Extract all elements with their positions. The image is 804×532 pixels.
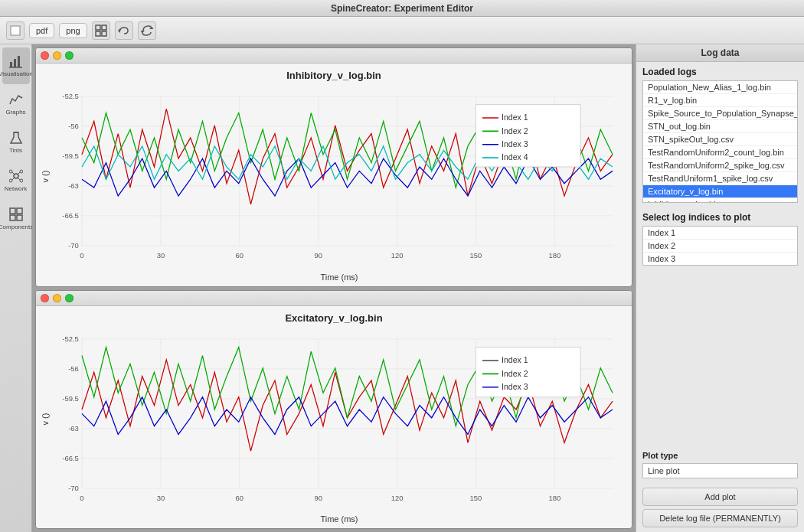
x-axis-label-2: Time (ms) (50, 513, 629, 525)
log-data-header: Log data (636, 44, 804, 62)
index-item-2[interactable]: Index 2 (643, 240, 797, 253)
svg-text:-63: -63 (68, 181, 79, 190)
svg-rect-87 (476, 347, 581, 397)
refresh-icon[interactable] (138, 21, 156, 40)
y-axis-label-2: v () (39, 312, 50, 526)
log-item-6[interactable]: TestRandomUniform2_spike_log.csv (643, 159, 797, 172)
flask-icon (8, 130, 24, 145)
svg-text:-59.5: -59.5 (62, 394, 79, 403)
svg-text:-63: -63 (68, 424, 79, 432)
minimize-button-2[interactable] (53, 294, 61, 302)
center-area: v () Inhibitory_v_log.bin (32, 44, 636, 532)
undo-icon[interactable] (115, 21, 133, 40)
index-item-1[interactable]: Index 1 (643, 227, 797, 240)
svg-text:60: 60 (236, 494, 244, 502)
chart-title-2: Excitatory_v_log.bin (285, 312, 382, 324)
svg-text:Index 3: Index 3 (502, 381, 528, 390)
log-item-8[interactable]: Excitatory_v_log.bin (643, 185, 797, 198)
index-list: Index 1 Index 2 Index 3 (642, 226, 798, 266)
svg-point-14 (9, 170, 12, 173)
log-item-5[interactable]: TestRandomUniform2_count_log.bin (643, 146, 797, 159)
svg-text:30: 30 (157, 494, 165, 502)
sidebar-item-tints[interactable]: Tints (2, 124, 30, 161)
svg-rect-22 (10, 208, 15, 214)
svg-text:30: 30 (157, 251, 165, 259)
sidebar-item-network[interactable]: Network (2, 162, 30, 199)
log-item-2[interactable]: Spike_Source_to_Population_Synapse_0... (643, 107, 797, 120)
sidebar-label-tints: Tints (9, 147, 22, 155)
log-list[interactable]: Population_New_Alias_1_log.bin R1_v_log.… (642, 80, 798, 203)
png-button[interactable]: png (59, 23, 87, 38)
add-plot-button[interactable]: Add plot (642, 488, 798, 506)
svg-text:90: 90 (314, 251, 322, 259)
svg-text:90: 90 (314, 494, 322, 502)
bottom-buttons: Add plot Delete log file (PERMANENTLY) (636, 483, 804, 532)
minimize-button-1[interactable] (53, 51, 61, 60)
svg-text:-56: -56 (68, 122, 79, 130)
svg-rect-9 (14, 59, 16, 67)
log-item-1[interactable]: R1_v_log.bin (643, 94, 797, 107)
pdf-button[interactable]: pdf (29, 23, 54, 38)
maximize-button-2[interactable] (65, 294, 74, 302)
sidebar-item-components[interactable]: Components (2, 201, 30, 237)
chart-svg-2: -52.5 -56 -59.5 -63 -66.5 -70 0 30 60 90… (50, 331, 629, 514)
svg-text:-66.5: -66.5 (62, 454, 79, 462)
sidebar-label-graphs: Graphs (5, 109, 25, 116)
loaded-logs-section: Loaded logs Population_New_Alias_1_log.b… (636, 62, 804, 207)
log-item-3[interactable]: STN_out_log.bin (643, 120, 797, 133)
x-axis-label-1: Time (ms) (50, 271, 629, 283)
toolbar-icon-white-square[interactable] (6, 21, 25, 40)
svg-text:150: 150 (470, 251, 482, 259)
title-bar: SpineCreator: Experiment Editor (0, 0, 804, 17)
loaded-logs-label: Loaded logs (642, 67, 798, 77)
y-axis-label-1: v () (39, 70, 50, 283)
svg-text:Index 1: Index 1 (502, 113, 528, 122)
svg-rect-3 (96, 31, 100, 36)
svg-text:-66.5: -66.5 (62, 211, 79, 220)
svg-text:-70: -70 (68, 241, 79, 250)
graph-icon (8, 92, 24, 107)
log-item-4[interactable]: STN_spikeOut_log.csv (643, 133, 797, 146)
close-button-2[interactable] (41, 294, 49, 302)
chart-plot-area-2: Excitatory_v_log.bin (50, 312, 629, 526)
log-item-0[interactable]: Population_New_Alias_1_log.bin (643, 81, 797, 94)
svg-text:120: 120 (391, 494, 404, 502)
sidebar-item-visualisation[interactable]: Visualisation (2, 47, 30, 84)
svg-text:60: 60 (236, 251, 244, 259)
sidebar-label-components: Components (0, 224, 33, 231)
svg-point-17 (20, 179, 23, 182)
sidebar-label-visualisation: Visualisation (0, 70, 33, 78)
log-item-9[interactable]: Inhibitory_v_log.bin (643, 198, 797, 203)
toolbar: pdf png (0, 17, 804, 44)
svg-point-15 (20, 170, 23, 173)
svg-line-20 (12, 178, 15, 180)
svg-text:-52.5: -52.5 (62, 92, 79, 100)
right-panel: Log data Loaded logs Population_New_Alia… (636, 44, 804, 532)
index-item-3[interactable]: Index 3 (643, 253, 797, 265)
maximize-button-1[interactable] (65, 51, 74, 60)
close-button-1[interactable] (41, 51, 49, 60)
svg-text:150: 150 (470, 494, 482, 502)
chart-title-1: Inhibitory_v_log.bin (286, 70, 381, 81)
svg-rect-25 (17, 215, 22, 220)
app-title: SpineCreator: Experiment Editor (331, 3, 473, 14)
svg-text:Index 1: Index 1 (502, 355, 528, 364)
svg-text:-70: -70 (68, 484, 79, 492)
chart-svg-1: -52.5 -56 -59.5 -63 -66.5 -70 0 30 60 90… (50, 88, 629, 271)
svg-rect-4 (102, 31, 106, 36)
svg-rect-10 (18, 56, 20, 67)
chart-window-excitatory: v () Excitatory_v_log.bin (35, 290, 632, 530)
log-item-7[interactable]: TestRandUniform1_spike_log.csv (643, 172, 797, 185)
delete-log-button[interactable]: Delete log file (PERMANENTLY) (642, 509, 798, 527)
svg-line-19 (18, 172, 20, 175)
grid-icon[interactable] (92, 21, 110, 40)
chart-titlebar-2 (36, 291, 632, 306)
chart-content-2: v () Excitatory_v_log.bin (36, 306, 632, 529)
sidebar-item-graphs[interactable]: Graphs (2, 86, 30, 122)
plot-type-section: Plot type Line plot (636, 446, 804, 483)
sidebar-label-network: Network (5, 185, 27, 193)
plot-type-value[interactable]: Line plot (642, 463, 798, 478)
svg-text:0: 0 (80, 494, 83, 502)
svg-point-16 (9, 179, 12, 182)
svg-rect-0 (11, 26, 20, 35)
